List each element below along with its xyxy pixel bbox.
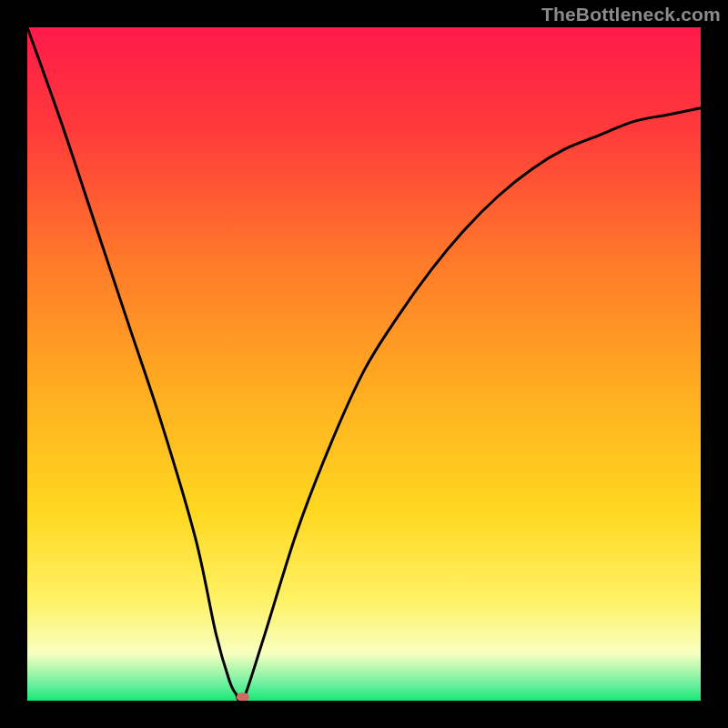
chart-frame: TheBottleneck.com bbox=[0, 0, 728, 728]
watermark-label: TheBottleneck.com bbox=[541, 4, 721, 25]
background-gradient bbox=[27, 27, 701, 701]
plot-svg bbox=[27, 27, 701, 701]
plot-area bbox=[27, 27, 701, 701]
